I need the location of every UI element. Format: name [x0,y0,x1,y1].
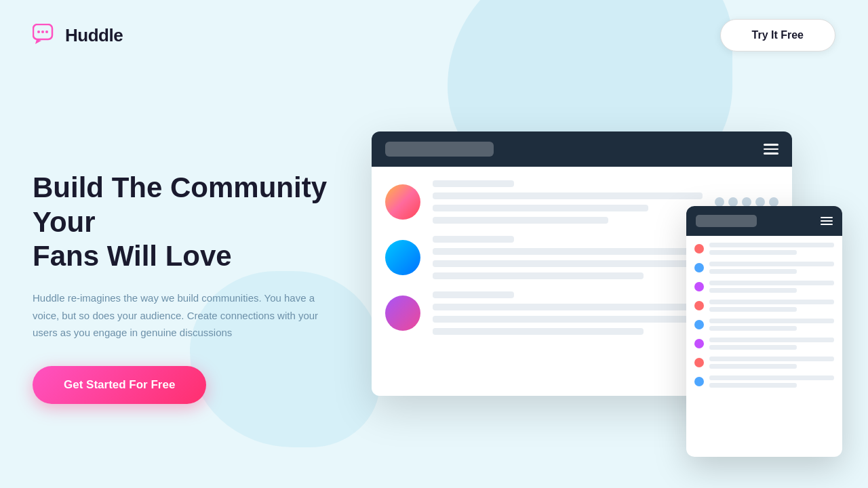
sec-row-1 [694,243,834,255]
try-it-free-button[interactable]: Try It Free [720,19,835,52]
line-medium [433,205,648,211]
header: Huddle Try It Free [0,0,868,70]
line-title [433,180,514,187]
sec-row-4 [694,300,834,312]
secondary-searchbar [696,215,757,227]
line-short [433,272,644,279]
secondary-mockup-header [686,206,842,236]
secondary-hamburger-icon [821,217,833,225]
line-title [433,236,514,243]
sec-dot-6 [694,339,704,348]
sec-dot-4 [694,301,704,310]
row-dot [769,197,778,207]
svg-point-1 [37,30,40,33]
mockup-main-header [372,131,792,167]
sec-row-7 [694,357,834,369]
avatar-pink [385,184,420,220]
sec-dot-8 [694,377,704,386]
sec-row-6 [694,338,834,350]
sec-row-3 [694,281,834,293]
line-medium [433,316,692,323]
hero-mockup-panel [358,125,835,450]
line-short [433,217,608,224]
sec-dot-5 [694,320,704,329]
main-content: Build The Community Your Fans Will Love … [0,70,868,488]
avatar-purple [385,296,420,331]
sec-dot-3 [694,282,704,291]
row-dot [755,197,765,207]
sec-row-5 [694,319,834,331]
svg-point-2 [41,30,44,33]
avatar-blue [385,240,420,275]
svg-point-3 [45,30,48,33]
row-dot [715,197,724,207]
line-long [433,192,703,199]
hero-headline: Build The Community Your Fans Will Love [33,171,331,273]
logo-text: Huddle [65,25,123,46]
line-short [433,328,644,335]
mockup-lines-1 [433,180,703,224]
hero-left-panel: Build The Community Your Fans Will Love … [33,171,358,404]
logo: Huddle [33,24,123,47]
get-started-button[interactable]: Get Started For Free [33,366,206,404]
hero-subtext: Huddle re-imagines the way we build comm… [33,289,324,342]
sec-dot-7 [694,358,704,367]
row-dot [742,197,751,207]
sec-row-8 [694,375,834,388]
mockup-searchbar [385,142,494,157]
line-title [433,291,514,298]
row-dot [728,197,738,207]
line-medium [433,260,692,267]
chat-bubble-icon [33,24,58,47]
sec-row-2 [694,262,834,274]
hamburger-icon [764,144,778,155]
sec-dot-2 [694,263,704,272]
secondary-mockup-body [686,236,842,394]
secondary-mockup [686,206,842,457]
sec-dot-1 [694,244,704,253]
row-dots-1 [715,197,778,207]
